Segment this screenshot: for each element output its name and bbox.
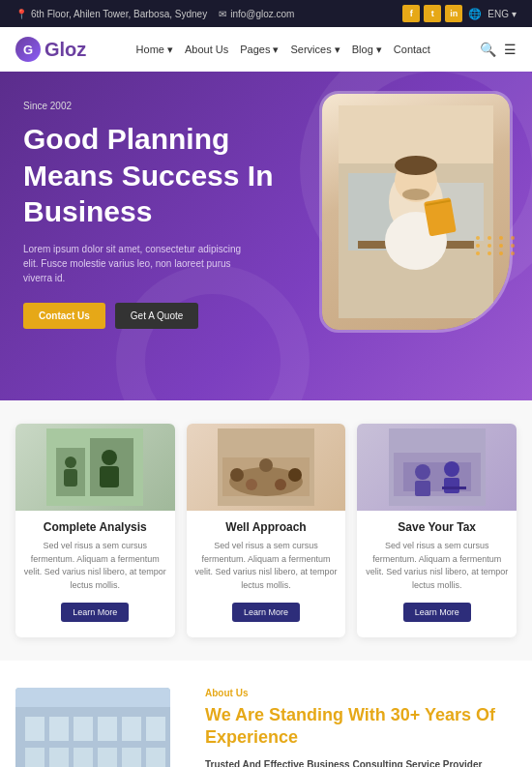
topbar-contact: 📍 6th Floor, Ahilen Tower, Barbosa, Sydn… bbox=[15, 9, 294, 19]
hero-section: Since 2002 Good Planning Means Success I… bbox=[0, 72, 532, 400]
nav-icons: 🔍 ☰ bbox=[480, 42, 517, 57]
service-card-2: Well Approach Sed vel risus a sem cursus… bbox=[187, 424, 346, 637]
svg-rect-42 bbox=[146, 717, 165, 741]
svg-point-26 bbox=[275, 479, 286, 490]
email-icon: ✉ bbox=[219, 9, 226, 19]
nav-home[interactable]: Home ▾ bbox=[136, 44, 173, 56]
facebook-icon[interactable]: f bbox=[402, 5, 420, 22]
about-image-wrap bbox=[15, 688, 190, 767]
svg-point-32 bbox=[444, 461, 459, 477]
service-card-3: Save Your Tax Sed vel risus a sem cursus… bbox=[357, 424, 517, 637]
svg-point-17 bbox=[102, 450, 117, 465]
nav-blog[interactable]: Blog ▾ bbox=[352, 44, 382, 56]
nav-about[interactable]: About Us bbox=[185, 44, 228, 55]
search-icon[interactable]: 🔍 bbox=[480, 42, 496, 57]
hero-dots-decoration bbox=[476, 236, 518, 255]
svg-rect-37 bbox=[25, 717, 44, 741]
about-content: About Us We Are Standing With 30+ Years … bbox=[205, 688, 517, 767]
topbar-right: f t in 🌐 ENG ▾ bbox=[402, 5, 517, 22]
logo-text: Gloz bbox=[44, 39, 86, 61]
menu-icon[interactable]: ☰ bbox=[504, 42, 517, 57]
svg-rect-38 bbox=[49, 717, 69, 741]
language-selector[interactable]: ENG ▾ bbox=[488, 9, 517, 19]
svg-rect-33 bbox=[444, 478, 459, 493]
svg-rect-16 bbox=[64, 469, 77, 487]
navbar: G Gloz Home ▾ About Us Pages ▾ Services … bbox=[0, 27, 532, 72]
svg-rect-45 bbox=[74, 748, 93, 767]
service-image-1 bbox=[15, 424, 175, 511]
services-grid: Complete Analysis Sed vel risus a sem cu… bbox=[15, 424, 517, 637]
topbar-address: 📍 6th Floor, Ahilen Tower, Barbosa, Sydn… bbox=[15, 9, 207, 19]
nav-contact[interactable]: Contact bbox=[394, 44, 430, 55]
service-image-2 bbox=[187, 424, 346, 511]
svg-rect-48 bbox=[146, 748, 165, 767]
service-desc-2: Sed vel risus a sem cursus fermentum. Al… bbox=[194, 540, 339, 592]
about-main-image bbox=[15, 688, 170, 767]
nav-links: Home ▾ About Us Pages ▾ Services ▾ Blog … bbox=[136, 44, 430, 56]
svg-rect-31 bbox=[415, 481, 430, 496]
contact-us-button[interactable]: Contact Us bbox=[23, 303, 105, 329]
svg-point-9 bbox=[402, 189, 429, 200]
svg-point-30 bbox=[415, 464, 430, 480]
hero-person-image bbox=[322, 94, 510, 330]
nav-pages[interactable]: Pages ▾ bbox=[240, 44, 279, 56]
nav-services[interactable]: Services ▾ bbox=[291, 44, 340, 56]
chevron-down-icon: ▾ bbox=[512, 9, 517, 19]
svg-rect-18 bbox=[100, 466, 119, 487]
logo-icon: G bbox=[15, 37, 41, 62]
service-title-3: Save Your Tax bbox=[365, 520, 509, 534]
topbar-email: ✉ info@gloz.com bbox=[219, 9, 294, 19]
svg-point-24 bbox=[288, 468, 302, 482]
svg-rect-39 bbox=[74, 717, 93, 741]
service-desc-1: Sed vel risus a sem cursus fermentum. Al… bbox=[23, 540, 167, 592]
svg-rect-43 bbox=[25, 748, 44, 767]
location-icon: 📍 bbox=[15, 9, 27, 19]
service-image-3 bbox=[357, 424, 517, 511]
hero-image bbox=[319, 91, 513, 333]
service-title-2: Well Approach bbox=[194, 520, 339, 534]
service-learn-more-2[interactable]: Learn More bbox=[232, 603, 300, 622]
topbar: 📍 6th Floor, Ahilen Tower, Barbosa, Sydn… bbox=[0, 0, 532, 27]
twitter-icon[interactable]: t bbox=[424, 5, 441, 22]
svg-rect-47 bbox=[122, 748, 141, 767]
hero-description: Lorem ipsum dolor sit amet, consectetur … bbox=[23, 242, 255, 285]
svg-rect-41 bbox=[122, 717, 141, 741]
svg-point-23 bbox=[259, 458, 273, 472]
globe-icon: 🌐 bbox=[468, 8, 482, 20]
svg-rect-40 bbox=[98, 717, 117, 741]
linkedin-icon[interactable]: in bbox=[445, 5, 462, 22]
services-section: Complete Analysis Sed vel risus a sem cu… bbox=[0, 400, 532, 661]
svg-point-8 bbox=[395, 156, 437, 175]
service-learn-more-3[interactable]: Learn More bbox=[403, 603, 471, 622]
logo[interactable]: G Gloz bbox=[15, 37, 86, 62]
about-title: We Are Standing With 30+ Years Of Experi… bbox=[205, 704, 517, 750]
about-tag: About Us bbox=[205, 688, 517, 698]
about-section: About Us We Are Standing With 30+ Years … bbox=[0, 661, 532, 767]
service-title-1: Complete Analysis bbox=[23, 520, 167, 534]
get-quote-button[interactable]: Get A Quote bbox=[115, 303, 198, 329]
service-learn-more-1[interactable]: Learn More bbox=[61, 603, 129, 622]
svg-point-25 bbox=[246, 479, 257, 490]
service-card-1: Complete Analysis Sed vel risus a sem cu… bbox=[15, 424, 175, 637]
social-icons: f t in bbox=[402, 5, 462, 22]
svg-point-15 bbox=[65, 457, 76, 468]
svg-rect-34 bbox=[442, 487, 466, 489]
about-subtitle: Trusted And Effective Business Consultin… bbox=[205, 759, 517, 767]
svg-rect-46 bbox=[98, 748, 117, 767]
svg-rect-44 bbox=[49, 748, 69, 767]
svg-point-22 bbox=[230, 468, 244, 482]
service-desc-3: Sed vel risus a sem cursus fermentum. Al… bbox=[365, 540, 509, 592]
